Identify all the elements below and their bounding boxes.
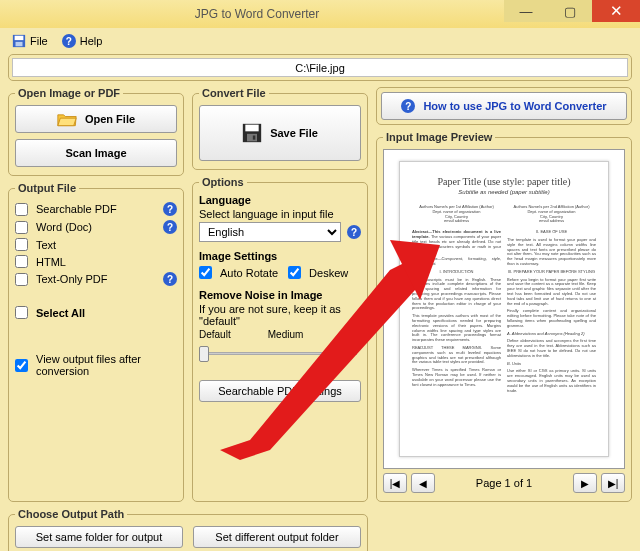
menu-help[interactable]: ? Help [62,34,103,48]
paper-title: Paper Title (use style: paper title) [412,176,596,187]
last-page-button[interactable]: ▶| [601,473,625,493]
menu-file-label: File [30,35,48,47]
open-file-button[interactable]: Open File [15,105,177,133]
menu-file[interactable]: File [12,34,48,48]
howto-panel: ? How to use JPG to Word Converter [376,87,632,125]
help-icon: ? [401,99,415,113]
select-all-row[interactable]: Select All [15,304,177,321]
close-button[interactable]: ✕ [592,0,640,22]
options-group: Options Language Select language in inpu… [192,176,368,502]
checkbox-deskew[interactable] [288,266,301,279]
pager: |◀ ◀ Page 1 of 1 ▶ ▶| [383,473,625,493]
convert-file-legend: Convert File [199,87,269,99]
checkbox-select-all[interactable] [15,306,28,319]
floppy-icon [12,34,26,48]
checkbox-word[interactable] [15,221,28,234]
prev-page-button[interactable]: ◀ [411,473,435,493]
noise-level-medium: Medium [268,329,304,340]
menu-help-label: Help [80,35,103,47]
scan-image-button[interactable]: Scan Image [15,139,177,167]
choose-output-path-group: Choose Output Path Set same folder for o… [8,508,368,551]
output-item-word[interactable]: Word (Doc)? [15,218,177,236]
output-item-html[interactable]: HTML [15,253,177,270]
help-icon: ? [62,34,76,48]
howto-label: How to use JPG to Word Converter [423,100,606,112]
save-file-button[interactable]: Save File [199,105,361,161]
output-item-searchable-pdf[interactable]: Searchable PDF? [15,200,177,218]
preview-group: Input Image Preview Paper Title (use sty… [376,131,632,502]
noise-level-default: Default [199,329,231,340]
noise-label: Remove Noise in Image [199,289,361,301]
preview-box: Paper Title (use style: paper title) Sub… [383,149,625,469]
view-after-row[interactable]: View output files after conversion [15,351,177,379]
maximize-button[interactable]: ▢ [548,0,592,22]
open-image-legend: Open Image or PDF [15,87,123,99]
checkbox-view-after[interactable] [15,359,28,372]
output-file-legend: Output File [15,182,79,194]
language-hint: Select language in input file [199,208,361,220]
noise-slider[interactable] [199,344,361,362]
image-settings-label: Image Settings [199,250,361,262]
window-title: JPG to Word Converter [10,7,504,21]
checkbox-textonly-pdf[interactable] [15,273,28,286]
svg-rect-4 [245,125,258,132]
help-icon[interactable]: ? [163,220,177,234]
help-icon[interactable]: ? [347,225,361,239]
svg-rect-2 [16,42,23,46]
checkbox-searchable-pdf[interactable] [15,203,28,216]
searchable-pdf-settings-button[interactable]: Searchable PDF Settings [199,380,361,402]
help-icon[interactable]: ? [163,272,177,286]
menu-bar: File ? Help [8,32,632,54]
help-icon[interactable]: ? [163,202,177,216]
paper-subtitle: Subtitle as needed (paper subtitle) [412,189,596,195]
howto-button[interactable]: ? How to use JPG to Word Converter [381,92,627,120]
auto-rotate-row[interactable]: Auto Rotate [199,264,278,281]
scan-image-label: Scan Image [65,147,126,159]
svg-rect-6 [253,136,256,140]
different-folder-button[interactable]: Set different output folder [193,526,361,548]
svg-rect-5 [247,134,257,142]
checkbox-auto-rotate[interactable] [199,266,212,279]
folder-open-icon [57,111,77,127]
page-label: Page 1 of 1 [439,477,569,489]
output-file-group: Output File Searchable PDF? Word (Doc)? … [8,182,184,502]
noise-hint: If you are not sure, keep it as "default… [199,303,361,327]
floppy-icon [242,123,262,143]
save-file-label: Save File [270,127,318,139]
convert-file-group: Convert File Save File [192,87,368,170]
preview-legend: Input Image Preview [383,131,495,143]
language-label: Language [199,194,361,206]
svg-rect-1 [15,36,24,40]
deskew-row[interactable]: Deskew [288,264,348,281]
first-page-button[interactable]: |◀ [383,473,407,493]
slider-thumb[interactable] [199,346,209,362]
noise-level-high: High [340,329,361,340]
next-page-button[interactable]: ▶ [573,473,597,493]
preview-document: Paper Title (use style: paper title) Sub… [399,161,609,457]
same-folder-button[interactable]: Set same folder for output [15,526,183,548]
open-image-group: Open Image or PDF Open File Scan Image [8,87,184,176]
choose-output-path-legend: Choose Output Path [15,508,127,520]
options-legend: Options [199,176,247,188]
checkbox-html[interactable] [15,255,28,268]
output-item-text[interactable]: Text [15,236,177,253]
file-path-panel: C:\File.jpg [8,54,632,81]
file-path-display: C:\File.jpg [12,58,628,77]
output-item-textonly-pdf[interactable]: Text-Only PDF? [15,270,177,288]
language-select[interactable]: English [199,222,341,242]
checkbox-text[interactable] [15,238,28,251]
title-bar: JPG to Word Converter — ▢ ✕ [0,0,640,28]
minimize-button[interactable]: — [504,0,548,22]
open-file-label: Open File [85,113,135,125]
